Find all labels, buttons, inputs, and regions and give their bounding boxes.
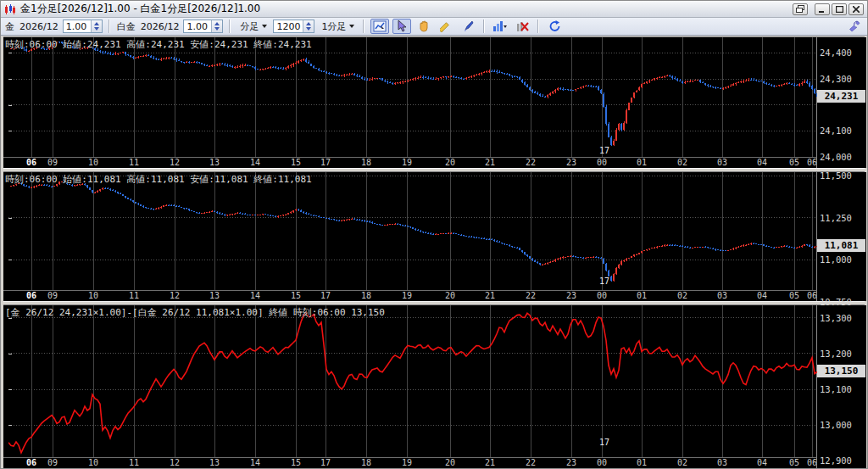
x-tick-label: 19 — [402, 158, 412, 167]
x-tick-label: 10 — [88, 291, 98, 300]
platinum-contract-label: 2026/12 — [140, 21, 181, 32]
x-tick-label: 00 — [597, 458, 607, 467]
y-tick-label: 24,100 — [820, 126, 852, 136]
pan-hand-icon — [418, 20, 430, 32]
x-tick-label: 22 — [526, 291, 536, 300]
y-tick-label: 13,100 — [820, 384, 852, 394]
close-button[interactable] — [849, 3, 864, 15]
bar-count-spinner[interactable]: 1200 — [273, 20, 314, 33]
interval-type-dropdown[interactable]: 分足 — [236, 20, 270, 34]
platinum-time-axis: 0609101112131415171819202122230001020304… — [3, 290, 817, 301]
x-tick-label: 06 — [26, 158, 36, 167]
y-tick-label: 12,900 — [820, 455, 852, 466]
x-tick-label: 15 — [291, 291, 301, 300]
platinum-info-text: 時刻:06:00 始値:11,081 高値:11,081 安値:11,081 終… — [5, 173, 312, 186]
platinum-label: 白金 — [116, 20, 136, 33]
pencil-icon — [440, 20, 452, 32]
gold-time-axis: 0609101112131415171819202122230001020304… — [3, 157, 817, 168]
gold-plot[interactable]: 時刻:06:00 始値:24,231 高値:24,231 安値:24,231 終… — [3, 37, 817, 157]
gold-label: 金 — [4, 20, 15, 33]
float-window-icon — [796, 5, 804, 13]
toolbar-separator — [537, 20, 539, 33]
x-tick-label: 01 — [637, 291, 647, 300]
x-tick-label: 12 — [170, 458, 180, 467]
x-tick-label: 18 — [361, 291, 371, 300]
pencil-tool-button[interactable] — [437, 19, 455, 34]
y-tick-label: 13,200 — [820, 349, 852, 359]
y-tick-label: 24,400 — [820, 47, 852, 58]
brush-icon — [462, 20, 474, 32]
x-tick-label: 18 — [361, 458, 371, 467]
x-tick-label: 00 — [597, 158, 607, 167]
refresh-button[interactable] — [545, 19, 564, 34]
toolbar-separator — [363, 20, 364, 33]
window-title: 金1分足[2026/12]1.00 - 白金1分足[2026/12]1.00 — [20, 2, 793, 16]
settings-button[interactable] — [845, 19, 864, 34]
last-price-box: 24,231 — [817, 90, 865, 103]
toolbar: 金 2026/12 1.00 白金 2026/12 1.00 分足 1200 1… — [1, 18, 867, 36]
last-price-box: 11,081 — [817, 239, 865, 252]
x-tick-label: 20 — [445, 458, 455, 467]
toolbar-separator — [483, 20, 485, 33]
x-tick-label: 11 — [129, 458, 139, 467]
x-tick-label: 02 — [677, 158, 687, 167]
chart-type-button[interactable] — [491, 19, 509, 34]
gold-info-text: 時刻:06:00 始値:24,231 高値:24,231 安値:24,231 終… — [5, 38, 312, 51]
wrench-icon — [849, 20, 860, 32]
x-tick-label: 06 — [807, 291, 817, 300]
interval-type-label: 分足 — [239, 20, 259, 33]
candlestick-chart-icon — [4, 4, 16, 14]
gold-multiplier-value[interactable]: 1.00 — [64, 20, 91, 32]
minimize-icon — [819, 6, 826, 13]
platinum-multiplier-spinner[interactable]: 1.00 — [183, 20, 223, 33]
x-tick-label: 21 — [485, 291, 495, 300]
close-icon — [853, 6, 860, 13]
y-tick-label: 13,300 — [820, 313, 852, 323]
x-tick-label: 13 — [209, 291, 220, 300]
x-tick-label: 20 — [445, 158, 455, 167]
x-tick-label: 18 — [361, 158, 371, 167]
chart-mode-button[interactable] — [370, 19, 389, 34]
x-tick-label: 01 — [637, 158, 647, 167]
y-tick-label: 11,250 — [820, 213, 852, 223]
x-tick-label: 13 — [209, 458, 220, 467]
interval-dropdown[interactable]: 1分足 — [318, 20, 357, 34]
x-tick-label: 11 — [129, 158, 139, 167]
x-tick-label: 10 — [88, 458, 98, 467]
x-tick-label: 06 — [807, 158, 817, 167]
maximize-button[interactable] — [832, 3, 847, 15]
x-tick-label: 14 — [250, 458, 260, 467]
x-tick-label: 21 — [485, 158, 495, 167]
gold-multiplier-arrows[interactable] — [91, 20, 102, 32]
platinum-chart-panel: 時刻:06:00 始値:11,081 高値:11,081 安値:11,081 終… — [3, 172, 865, 301]
day-change-marker: 17 — [599, 276, 609, 286]
x-tick-label: 15 — [291, 458, 301, 467]
x-tick-label: 12 — [170, 158, 180, 167]
platinum-multiplier-value[interactable]: 1.00 — [184, 20, 211, 32]
brush-tool-button[interactable] — [459, 19, 477, 34]
platinum-plot[interactable]: 時刻:06:00 始値:11,081 高値:11,081 安値:11,081 終… — [3, 172, 817, 290]
minimize-button[interactable] — [815, 3, 830, 15]
float-window-button[interactable] — [793, 3, 808, 15]
x-tick-label: 02 — [677, 291, 687, 300]
pan-tool-button[interactable] — [415, 19, 433, 34]
select-tool-button[interactable] — [392, 19, 411, 34]
platinum-multiplier-arrows[interactable] — [211, 20, 222, 32]
x-tick-label: 12 — [170, 291, 180, 300]
chart-window: 金1分足[2026/12]1.00 - 白金1分足[2026/12]1.00 金… — [0, 0, 868, 469]
x-tick-label: 17 — [320, 458, 331, 467]
x-tick-label: 23 — [566, 291, 576, 300]
bar-count-value[interactable]: 1200 — [274, 20, 303, 32]
spread-plot[interactable]: [金 26/12 24,231×1.00]-[白金 26/12 11,081×1… — [3, 305, 817, 457]
x-tick-label: 04 — [757, 291, 767, 300]
title-bar: 金1分足[2026/12]1.00 - 白金1分足[2026/12]1.00 — [1, 1, 867, 18]
chevron-down-icon — [262, 25, 267, 28]
gold-multiplier-spinner[interactable]: 1.00 — [63, 20, 103, 33]
interval-label: 1分足 — [320, 20, 347, 33]
x-tick-label: 10 — [88, 158, 98, 167]
x-tick-label: 22 — [526, 158, 536, 167]
day-change-marker: 17 — [599, 146, 609, 155]
clear-chart-button[interactable] — [513, 19, 531, 34]
bar-count-arrows[interactable] — [303, 20, 314, 32]
gold-price-axis: 24,40024,30024,10024,00024,231 — [817, 37, 866, 168]
